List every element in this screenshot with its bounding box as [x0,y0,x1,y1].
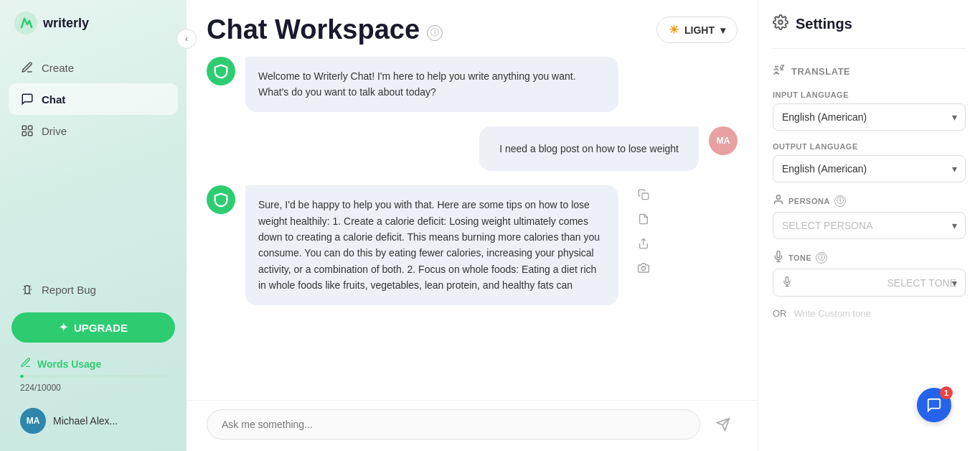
drive-label: Drive [42,125,67,137]
svg-rect-5 [642,193,649,200]
settings-title: Settings [796,16,852,32]
persona-dropdown[interactable]: SELECT PERSONA ▾ [773,212,966,239]
bot-avatar-2 [207,185,235,214]
sun-icon: ☀ [669,23,679,37]
words-usage-icon [20,357,32,371]
title-info-icon[interactable]: ⓘ [427,25,443,41]
bug-icon [20,282,34,297]
chat-bubble-badge: 1 [940,386,953,399]
chat-messages[interactable]: Welcome to Writerly Chat! I'm here to he… [187,57,758,400]
tone-icon [773,251,784,264]
tone-info-icon[interactable]: ⓘ [816,252,827,264]
translate-label: TRANSLATE [791,66,850,77]
upgrade-button[interactable]: ✦ UPGRADE [11,312,175,343]
bot-message-bubble-2: Sure, I'd be happy to help you with that… [245,185,618,304]
input-language-value: English (American) [782,111,867,123]
bot-message-bubble: Welcome to Writerly Chat! I'm here to he… [245,57,618,112]
words-usage-bar-fill [20,375,24,378]
copy-action-icon[interactable] [634,185,653,204]
right-panel: Settings TRANSLATE INPUT LANGUAGE Englis… [758,0,980,451]
bot-avatar [207,57,235,85]
chat-input-area [187,400,758,451]
upgrade-label: UPGRADE [74,322,128,334]
create-icon [20,60,34,75]
sidebar-item-create[interactable]: Create [9,52,178,83]
sidebar: writerly Create Chat [0,0,187,451]
svg-point-6 [641,266,645,270]
user-message-avatar: MA [709,126,738,155]
persona-label-row: PERSONA ⓘ [773,194,966,208]
svg-rect-3 [22,132,26,136]
create-label: Create [42,62,74,74]
svg-rect-4 [29,132,32,136]
output-language-dropdown[interactable]: English (American) ▾ [773,155,966,182]
words-usage-count: 224/10000 [20,383,61,393]
chat-label: Chat [42,93,65,106]
words-usage-label: Words Usage [20,357,166,371]
chat-input[interactable] [207,409,700,440]
send-button[interactable] [709,410,738,439]
translate-section: TRANSLATE [773,63,966,79]
message-row: I need a blog post on how to lose weight… [207,126,738,171]
user-message-bubble: I need a blog post on how to lose weight [479,126,699,171]
chat-title-wrap: Chat Workspace ⓘ [207,14,443,45]
translate-icon [773,63,786,79]
drive-icon [20,124,34,138]
document-action-icon[interactable] [634,210,653,228]
tone-speaker-icon [782,276,792,289]
tone-dropdown-wrap: SELECT TONE ▾ [773,269,966,297]
input-language-field: INPUT LANGUAGE English (American) ▾ [773,90,966,131]
sidebar-item-chat[interactable]: Chat [9,83,178,115]
user-avatar: MA [20,408,46,434]
tone-label-row: TONE ⓘ [773,251,966,264]
page-title: Chat Workspace [207,14,420,45]
message-row: Welcome to Writerly Chat! I'm here to he… [207,57,738,112]
persona-dropdown-wrap: SELECT PERSONA ▾ [773,212,966,239]
svg-rect-2 [29,126,32,129]
persona-icon [773,194,784,208]
sidebar-item-drive[interactable]: Drive [9,115,178,147]
user-profile[interactable]: MA Michael Alex... [9,402,178,440]
sidebar-collapse-button[interactable]: ‹ [176,29,197,49]
bot-message-text-2: Sure, I'd be happy to help you with that… [258,199,600,291]
gear-icon [773,14,788,34]
share-action-icon[interactable] [634,234,653,253]
or-label: OR [773,308,787,319]
chat-header: Chat Workspace ⓘ ☀ LIGHT ▾ [187,0,758,57]
svg-rect-1 [22,126,26,129]
screenshot-action-icon[interactable] [634,259,653,277]
chat-icon [20,92,34,106]
output-language-field: OUTPUT LANGUAGE English (American) ▾ [773,142,966,182]
theme-toggle-button[interactable]: ☀ LIGHT ▾ [656,17,738,43]
chat-bubble-button[interactable]: 1 [917,388,951,422]
words-usage-section: Words Usage 224/10000 [9,351,178,396]
message-actions [634,185,653,277]
or-row: OR Write Custom tone [773,308,966,319]
tone-field: TONE ⓘ SELECT TONE ▾ [773,251,966,297]
report-bug-item[interactable]: Report Bug [9,275,178,304]
sidebar-navigation: Create Chat Drive [0,52,187,275]
svg-point-9 [778,20,783,24]
persona-info-icon[interactable]: ⓘ [834,195,846,207]
writerly-logo-icon [14,11,37,34]
theme-label: LIGHT [684,24,715,36]
input-language-dropdown-wrap: English (American) ▾ [773,103,966,131]
settings-header: Settings [773,14,966,34]
output-language-dropdown-wrap: English (American) ▾ [773,155,966,182]
output-language-value: English (American) [782,163,867,175]
persona-placeholder: SELECT PERSONA [782,220,873,231]
words-usage-bar-bg [20,375,166,378]
persona-field: PERSONA ⓘ SELECT PERSONA ▾ [773,194,966,239]
tone-placeholder: SELECT TONE [887,277,956,289]
input-language-dropdown[interactable]: English (American) ▾ [773,103,966,131]
chat-bubble-container: 1 [931,402,966,437]
write-custom-tone[interactable]: Write Custom tone [794,308,871,319]
upgrade-star-icon: ✦ [59,321,68,334]
message-row: Sure, I'd be happy to help you with that… [207,185,738,304]
input-language-chevron: ▾ [952,111,957,123]
tone-dropdown[interactable]: SELECT TONE ▾ [773,269,966,297]
svg-point-10 [776,195,780,199]
input-language-label: INPUT LANGUAGE [773,90,966,99]
divider [773,48,966,49]
output-language-label: OUTPUT LANGUAGE [773,142,966,151]
